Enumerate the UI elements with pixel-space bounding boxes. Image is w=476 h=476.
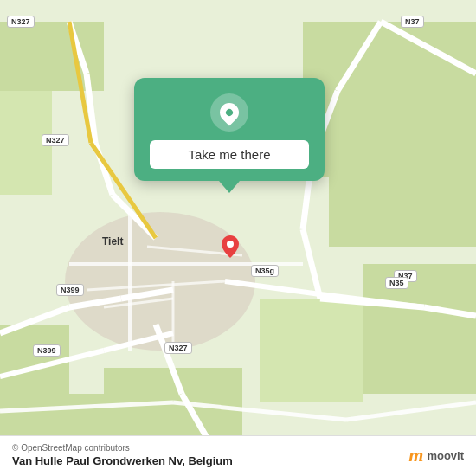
take-me-there-button[interactable]: Take me there [150,140,309,169]
road-label-n399-l1: N399 [56,284,84,296]
location-title: Van Hulle Paul Grondwerken Nv, Belgium [12,454,233,467]
svg-rect-0 [303,22,476,177]
moovit-logo: m moovit [408,444,464,466]
road-label-n327-tl: N327 [7,16,35,28]
svg-line-14 [303,229,320,299]
bottom-bar: © OpenStreetMap contributors Van Hulle P… [0,435,476,476]
svg-rect-2 [363,264,476,394]
road-label-n35: N35 [385,277,408,289]
road-label-n35g: N35g [251,265,279,277]
moovit-brand-text: moovit [427,449,464,462]
road-label-n327-bl: N327 [164,342,192,354]
svg-line-38 [346,402,476,420]
svg-rect-1 [329,177,476,247]
moovit-m-letter: m [408,444,423,466]
town-label: Tielt [102,235,123,248]
map-pin-icon [222,235,239,258]
svg-rect-3 [260,299,363,402]
location-pin-icon [215,99,242,125]
road-label-n327-ml: N327 [42,134,69,146]
road-label-n37-tr: N37 [401,16,424,28]
svg-point-41 [227,241,234,248]
popup-pin-ring [210,93,248,132]
road-label-n399-l2: N399 [33,344,61,357]
map-container: Tielt N327 N327 N327 N37 N37 N399 N399 N… [0,0,476,476]
map-popup: Take me there [134,78,325,181]
bottom-bar-info: © OpenStreetMap contributors Van Hulle P… [12,443,233,467]
copyright-text: © OpenStreetMap contributors [12,443,233,453]
